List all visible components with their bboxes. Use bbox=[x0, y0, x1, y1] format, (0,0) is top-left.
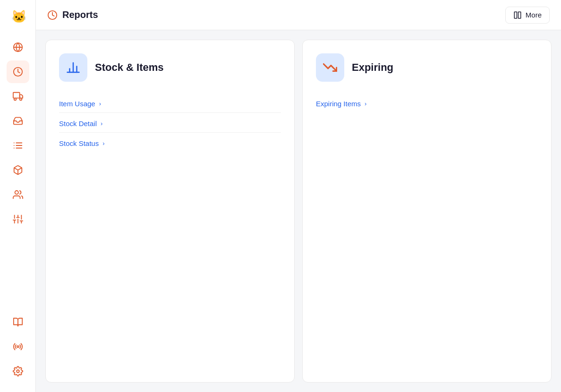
sidebar-item-radio[interactable] bbox=[7, 335, 29, 358]
sidebar-nav bbox=[7, 36, 29, 311]
bar-chart-icon bbox=[66, 60, 80, 75]
item-usage-link[interactable]: Item Usage › bbox=[59, 95, 281, 113]
svg-point-8 bbox=[19, 98, 22, 101]
svg-point-7 bbox=[14, 98, 16, 101]
svg-point-26 bbox=[17, 346, 19, 348]
stock-status-link[interactable]: Stock Status › bbox=[59, 135, 281, 152]
sidebar-bottom bbox=[7, 311, 29, 386]
sidebar: 🐱 bbox=[0, 0, 36, 392]
sidebar-item-box[interactable] bbox=[7, 159, 29, 181]
card-header-expiring: Expiring bbox=[316, 53, 538, 82]
sidebar-item-users[interactable] bbox=[7, 183, 29, 206]
sidebar-item-list[interactable] bbox=[7, 134, 29, 157]
svg-point-27 bbox=[17, 370, 19, 373]
expiring-title: Expiring bbox=[352, 61, 393, 74]
sidebar-item-reports[interactable] bbox=[7, 60, 29, 83]
svg-marker-6 bbox=[19, 94, 22, 98]
stock-detail-link[interactable]: Stock Detail › bbox=[59, 115, 281, 133]
more-button[interactable]: More bbox=[505, 7, 550, 24]
chevron-right-icon: › bbox=[365, 100, 366, 107]
stock-items-links: Item Usage › Stock Detail › Stock Status… bbox=[59, 95, 281, 152]
header: Reports More bbox=[36, 0, 561, 30]
sidebar-item-controls[interactable] bbox=[7, 208, 29, 230]
chevron-right-icon: › bbox=[99, 100, 101, 107]
reports-clock-icon bbox=[47, 10, 58, 20]
chevron-right-icon: › bbox=[102, 140, 104, 147]
trending-down-icon bbox=[323, 60, 337, 75]
svg-text:🐱: 🐱 bbox=[11, 9, 27, 24]
sidebar-item-settings[interactable] bbox=[7, 360, 29, 383]
sidebar-item-delivery[interactable] bbox=[7, 85, 29, 108]
chevron-right-icon: › bbox=[101, 120, 102, 127]
svg-rect-30 bbox=[518, 12, 520, 18]
columns-icon bbox=[513, 11, 522, 19]
content-area: Stock & Items Item Usage › Stock Detail … bbox=[36, 30, 561, 392]
stock-items-card: Stock & Items Item Usage › Stock Detail … bbox=[45, 40, 295, 383]
sidebar-item-inbox[interactable] bbox=[7, 110, 29, 132]
svg-rect-5 bbox=[13, 93, 19, 98]
expiring-links: Expiring Items › bbox=[316, 95, 538, 112]
expiring-icon-container bbox=[316, 53, 344, 82]
page-title: Reports bbox=[62, 9, 98, 20]
header-left: Reports bbox=[47, 9, 98, 20]
stock-items-icon-container bbox=[59, 53, 87, 82]
sidebar-item-book[interactable] bbox=[7, 311, 29, 333]
svg-point-16 bbox=[15, 191, 18, 194]
expiring-card: Expiring Expiring Items › bbox=[302, 40, 552, 383]
main-content: Reports More bbox=[36, 0, 561, 392]
app-logo: 🐱 bbox=[8, 6, 28, 26]
expiring-items-link[interactable]: Expiring Items › bbox=[316, 95, 538, 112]
card-header-stock: Stock & Items bbox=[59, 53, 281, 82]
stock-items-title: Stock & Items bbox=[95, 61, 164, 74]
svg-rect-29 bbox=[514, 12, 517, 18]
sidebar-item-globe[interactable] bbox=[7, 36, 29, 59]
